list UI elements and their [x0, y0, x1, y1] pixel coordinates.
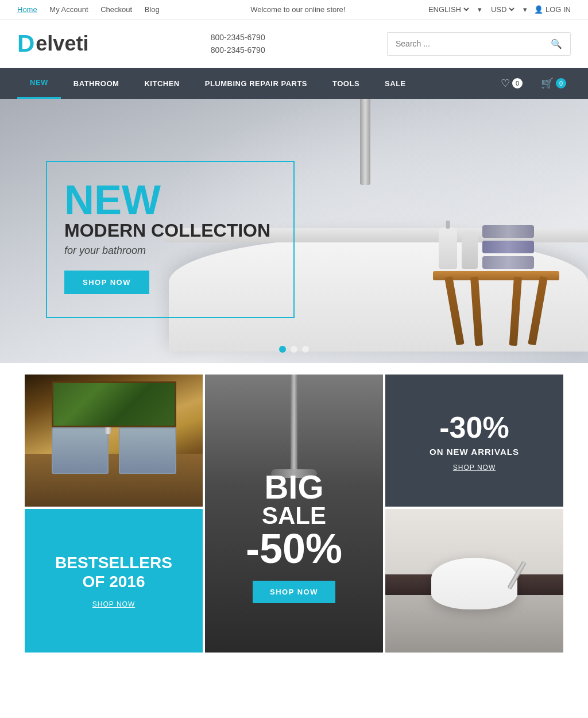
sale-cta-button[interactable]: SHOP NOW [253, 581, 335, 603]
search-bar: 🔍 [387, 32, 571, 56]
phone-numbers: 800-2345-6790 800-2345-6790 [211, 31, 265, 57]
phone-1[interactable]: 800-2345-6790 [211, 31, 265, 44]
discount-cell[interactable]: -30% ON NEW ARRIVALS SHOP NOW [385, 375, 563, 507]
nav-item-tools[interactable]: TOOLS [320, 69, 372, 98]
big-sale-cell[interactable]: BIG SALE -50% SHOP NOW [205, 375, 383, 653]
cart-button[interactable]: 🛒 0 [536, 68, 571, 99]
bottle [462, 231, 478, 269]
nav-item-bathroom[interactable]: BATHROOM [61, 69, 132, 98]
dot-2[interactable] [291, 346, 297, 353]
stool-leg2 [470, 277, 483, 346]
wishlist-button[interactable]: ♡ 0 [496, 68, 527, 99]
sale-label-text: SALE [246, 504, 342, 528]
language-selector[interactable]: ENGLISH [426, 5, 471, 14]
main-nav: NEW BATHROOM KITCHEN PLUMBING REPAIR PAR… [0, 68, 588, 99]
bathroom-sink-cell[interactable] [385, 509, 563, 653]
dot-3[interactable] [302, 346, 309, 353]
person-icon: 👤 [534, 5, 543, 14]
top-bar-right: ENGLISH ▾ USD ▾ 👤 LOG IN [426, 5, 571, 14]
sink-basin-2 [119, 427, 176, 474]
nav-blog[interactable]: Blog [145, 5, 160, 14]
nav-item-sale[interactable]: SALE [372, 69, 419, 98]
nav-item-new[interactable]: NEW [17, 68, 61, 99]
hero-banner: NEW MODERN COLLECTION for your bathroom … [0, 99, 588, 363]
kitchen-promo-cell[interactable] [25, 375, 203, 507]
welcome-message: Welcome to our online store! [250, 5, 345, 14]
window [52, 381, 176, 428]
login-button[interactable]: 👤 LOG IN [534, 5, 571, 14]
sale-percent-text: -50% [246, 528, 342, 569]
bestsellers-title: BESTSELLERS [55, 553, 172, 573]
nav-my-account[interactable]: My Account [49, 5, 88, 14]
nav-home[interactable]: Home [17, 5, 37, 14]
faucet-deco [360, 99, 370, 185]
hero-content: NEW MODERN COLLECTION for your bathroom … [0, 144, 295, 318]
cart-count: 0 [556, 78, 566, 88]
logo-d: D [17, 30, 34, 57]
bathroom-basin [431, 558, 517, 609]
stool-leg1 [444, 276, 465, 346]
soap-dispenser [439, 227, 457, 269]
bestsellers-cell[interactable]: BESTSELLERS OF 2016 SHOP NOW [25, 509, 203, 653]
promo-grid: BIG SALE -50% SHOP NOW -30% ON NEW ARRIV… [0, 363, 588, 664]
top-nav: Home My Account Checkout Blog [17, 5, 170, 14]
dot-1[interactable] [279, 346, 286, 353]
wishlist-count: 0 [512, 78, 523, 88]
nav-right-icons: ♡ 0 🛒 0 [496, 68, 571, 99]
currency-selector[interactable]: USD [489, 5, 516, 14]
stool-items [439, 225, 534, 269]
hero-title: MODERN COLLECTION [64, 221, 270, 241]
discount-shop-link[interactable]: SHOP NOW [453, 464, 496, 472]
phone-2[interactable]: 800-2345-6790 [211, 44, 265, 56]
sale-content: BIG SALE -50% SHOP NOW [246, 424, 342, 603]
cart-icon: 🛒 [541, 77, 554, 90]
towels [482, 225, 534, 269]
hero-tag: NEW [64, 179, 270, 221]
slider-dots [279, 346, 309, 353]
search-icon: 🔍 [551, 39, 562, 49]
towel2 [482, 241, 534, 253]
search-button[interactable]: 🔍 [543, 33, 570, 55]
hero-frame: NEW MODERN COLLECTION for your bathroom … [46, 161, 295, 318]
nav-item-kitchen[interactable]: KITCHEN [131, 69, 192, 98]
search-input[interactable] [388, 33, 543, 54]
site-header: D elveti 800-2345-6790 800-2345-6790 🔍 [0, 20, 588, 68]
dispenser-pump [446, 221, 450, 229]
stool-leg3 [509, 277, 522, 346]
heart-icon: ♡ [501, 77, 510, 90]
hero-cta-button[interactable]: SHOP NOW [64, 271, 149, 294]
discount-text: ON NEW ARRIVALS [430, 447, 519, 457]
sink-basin-1 [52, 427, 109, 474]
nav-checkout[interactable]: Checkout [100, 5, 132, 14]
towel3 [482, 256, 534, 269]
bestsellers-year: OF 2016 [83, 573, 145, 591]
nav-items: NEW BATHROOM KITCHEN PLUMBING REPAIR PAR… [17, 68, 496, 99]
hero-subtitle: for your bathroom [64, 245, 270, 257]
top-bar: Home My Account Checkout Blog Welcome to… [0, 0, 588, 20]
stool-leg4 [528, 276, 548, 346]
bestsellers-shop-link[interactable]: SHOP NOW [92, 600, 135, 608]
site-logo[interactable]: D elveti [17, 30, 88, 57]
discount-percent: -30% [439, 410, 509, 445]
wooden-stool [433, 231, 559, 346]
currency-arrow-icon: ▾ [523, 5, 527, 14]
logo-text: elveti [36, 32, 88, 56]
window-view [53, 383, 175, 426]
lang-arrow-icon: ▾ [478, 5, 482, 14]
sale-big-text: BIG [246, 470, 342, 504]
towel1 [482, 225, 534, 238]
nav-item-plumbing[interactable]: PLUMBING REPAIR PARTS [192, 69, 320, 98]
